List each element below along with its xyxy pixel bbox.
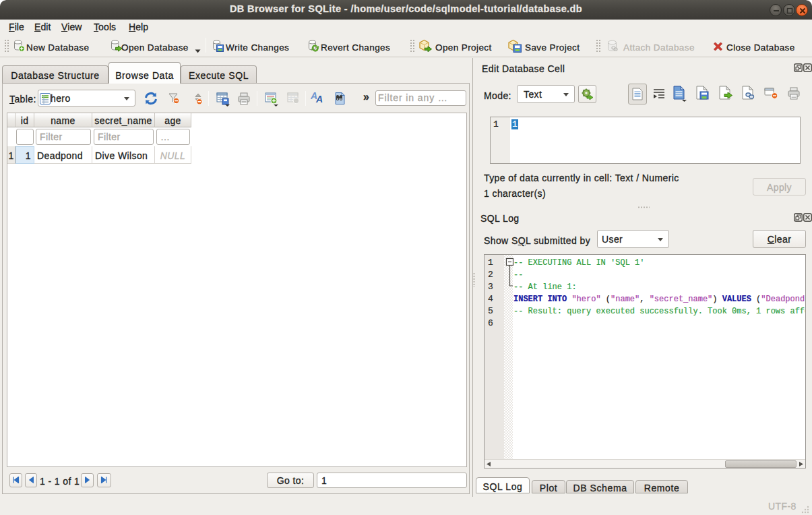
svg-text:A: A [315,94,323,104]
